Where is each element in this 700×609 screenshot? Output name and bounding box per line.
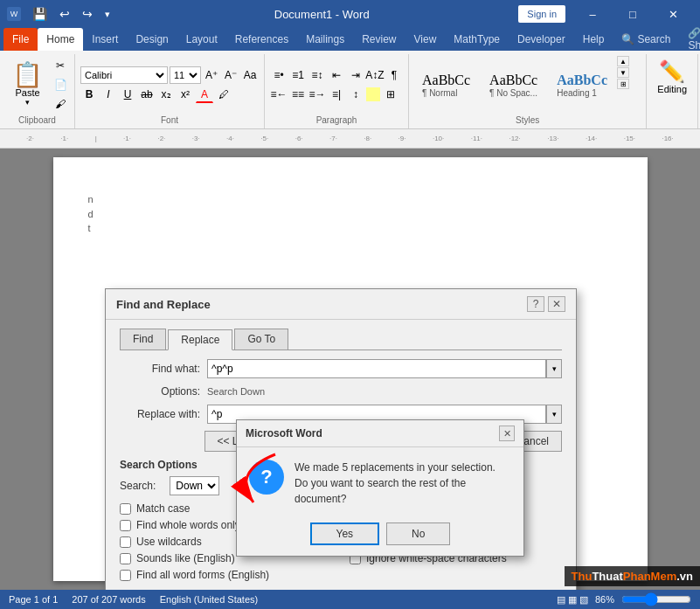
subscript-button[interactable]: x₂: [157, 86, 175, 103]
highlight-btn[interactable]: 🖊: [215, 86, 232, 103]
font-color-btn[interactable]: A: [196, 86, 213, 103]
align-center-btn[interactable]: ≡≡: [289, 86, 307, 103]
bold-button[interactable]: B: [80, 86, 98, 103]
decrease-indent-btn[interactable]: ⇤: [328, 66, 345, 84]
paste-button[interactable]: 📋 Paste ▾: [5, 61, 50, 108]
copy-button[interactable]: 📄: [52, 76, 69, 93]
status-right: ▤ ▦ ▧ 86%: [557, 594, 691, 606]
tab-share[interactable]: 🔗 Share: [679, 28, 700, 51]
alert-close-btn[interactable]: ✕: [499, 426, 515, 441]
superscript-button[interactable]: x²: [177, 86, 194, 103]
use-wildcards-checkbox[interactable]: [120, 536, 131, 548]
alert-message-line1: We made 5 replacements in your selection…: [295, 460, 511, 475]
styles-scroll: ▲ ▼ ⊞: [617, 56, 629, 114]
justify-btn[interactable]: ≡|: [328, 86, 345, 103]
multilevel-btn[interactable]: ≡↕: [308, 66, 326, 84]
line-spacing-btn[interactable]: ↕: [347, 86, 364, 103]
alert-no-btn[interactable]: No: [386, 522, 450, 545]
dialog-tabs: Find Replace Go To: [120, 329, 562, 350]
quick-more-btn[interactable]: ▾: [100, 6, 114, 23]
italic-button[interactable]: I: [100, 86, 117, 103]
numbering-btn[interactable]: ≡1: [289, 66, 307, 84]
find-what-row: Find what: ▾: [120, 359, 562, 378]
tab-replace[interactable]: Replace: [168, 329, 232, 350]
quick-undo-btn[interactable]: ↩: [55, 4, 74, 24]
zoom-slider[interactable]: [621, 594, 691, 605]
editing-group: ✏️ Editing: [648, 54, 698, 128]
close-button[interactable]: ✕: [653, 0, 693, 28]
search-label: Search:: [120, 480, 163, 492]
font-family-select[interactable]: Calibri: [80, 66, 168, 84]
style-nospacing-preview: AaBbCc: [489, 73, 537, 88]
doc-line1: n: [88, 192, 613, 207]
quick-redo-btn[interactable]: ↪: [78, 4, 97, 24]
increase-indent-btn[interactable]: ⇥: [347, 66, 364, 84]
find-what-input[interactable]: [207, 359, 546, 378]
tab-design[interactable]: Design: [127, 28, 177, 51]
para-row1: ≡• ≡1 ≡↕ ⇤ ⇥ A↕Z ¶: [270, 66, 403, 84]
format-painter-button[interactable]: 🖌: [52, 95, 69, 113]
tab-references[interactable]: References: [226, 28, 297, 51]
styles-scroll-up[interactable]: ▲: [617, 56, 629, 66]
tab-view[interactable]: View: [405, 28, 446, 51]
find-what-dropdown[interactable]: ▾: [546, 359, 562, 378]
para-controls: ≡• ≡1 ≡↕ ⇤ ⇥ A↕Z ¶ ≡← ≡≡ ≡→ ≡| ↕ ⊞: [270, 66, 403, 103]
tab-layout[interactable]: Layout: [177, 28, 226, 51]
align-right-btn[interactable]: ≡→: [308, 86, 326, 103]
find-whole-words-checkbox[interactable]: [120, 520, 131, 531]
replace-with-dropdown[interactable]: ▾: [546, 405, 562, 424]
show-formatting-btn[interactable]: ¶: [385, 66, 403, 84]
editing-button[interactable]: ✏️ Editing: [657, 59, 687, 94]
style-heading1[interactable]: AaBbCc Heading 1: [549, 70, 615, 100]
tab-mathtype[interactable]: MathType: [445, 28, 509, 51]
minimize-button[interactable]: –: [572, 0, 613, 28]
font-size-select[interactable]: 11: [170, 66, 201, 84]
underline-button[interactable]: U: [119, 86, 136, 103]
style-nospacing[interactable]: AaBbCc ¶ No Spac...: [482, 70, 545, 100]
quick-save-btn[interactable]: 💾: [28, 4, 52, 24]
signin-button[interactable]: Sign in: [518, 5, 565, 23]
clear-format-btn[interactable]: Aa: [241, 66, 259, 84]
sort-btn[interactable]: A↕Z: [366, 66, 384, 84]
clipboard-group: 📋 Paste ▾ ✂ 📄 🖌 Clipboard: [2, 54, 75, 128]
dialog-close-btn[interactable]: ✕: [548, 296, 565, 312]
font-row1: Calibri 11 A⁺ A⁻ Aa: [80, 66, 259, 84]
font-shrink-btn[interactable]: A⁻: [222, 66, 239, 84]
tab-help[interactable]: Help: [574, 28, 613, 51]
tab-mailings[interactable]: Mailings: [297, 28, 353, 51]
find-all-word-checkbox[interactable]: [120, 570, 131, 581]
font-content: Calibri 11 A⁺ A⁻ Aa B I U ab x₂ x² A 🖊: [80, 56, 259, 114]
editing-group-label: [652, 123, 692, 127]
styles-scroll-down[interactable]: ▼: [617, 67, 629, 78]
dialog-title-buttons: ? ✕: [527, 296, 565, 312]
tab-file[interactable]: File: [3, 28, 38, 51]
match-case-checkbox[interactable]: [120, 503, 131, 515]
styles-group: AaBbCc ¶ Normal AaBbCc ¶ No Spac... AaBb…: [411, 54, 647, 128]
tab-home[interactable]: Home: [38, 28, 83, 51]
style-normal[interactable]: AaBbCc ¶ Normal: [414, 70, 478, 100]
tab-search[interactable]: 🔍Search: [613, 28, 679, 51]
alert-buttons: Yes No: [237, 516, 523, 556]
align-left-btn[interactable]: ≡←: [270, 86, 288, 103]
doc-text-content: n d t: [88, 192, 613, 236]
tab-developer[interactable]: Developer: [509, 28, 574, 51]
dialog-help-btn[interactable]: ?: [527, 296, 544, 312]
bullets-btn[interactable]: ≡•: [270, 66, 288, 84]
alert-title: Microsoft Word: [246, 427, 499, 439]
maximize-button[interactable]: □: [613, 0, 653, 28]
borders-btn[interactable]: ⊞: [382, 86, 399, 103]
tab-find[interactable]: Find: [120, 329, 166, 349]
styles-expand[interactable]: ⊞: [617, 79, 629, 89]
replace-with-label: Replace with:: [120, 408, 207, 420]
tab-goto[interactable]: Go To: [234, 329, 288, 349]
font-grow-btn[interactable]: A⁺: [203, 66, 220, 84]
alert-yes-btn[interactable]: Yes: [310, 522, 380, 545]
dialog-title: Find and Replace: [116, 298, 527, 311]
tab-insert[interactable]: Insert: [83, 28, 127, 51]
cut-button[interactable]: ✂: [52, 57, 69, 74]
sounds-like-checkbox[interactable]: [120, 553, 131, 564]
search-direction-select[interactable]: Down Up All: [170, 476, 219, 495]
shading-btn[interactable]: [366, 87, 380, 101]
strikethrough-button[interactable]: ab: [138, 86, 156, 103]
tab-review[interactable]: Review: [353, 28, 405, 51]
